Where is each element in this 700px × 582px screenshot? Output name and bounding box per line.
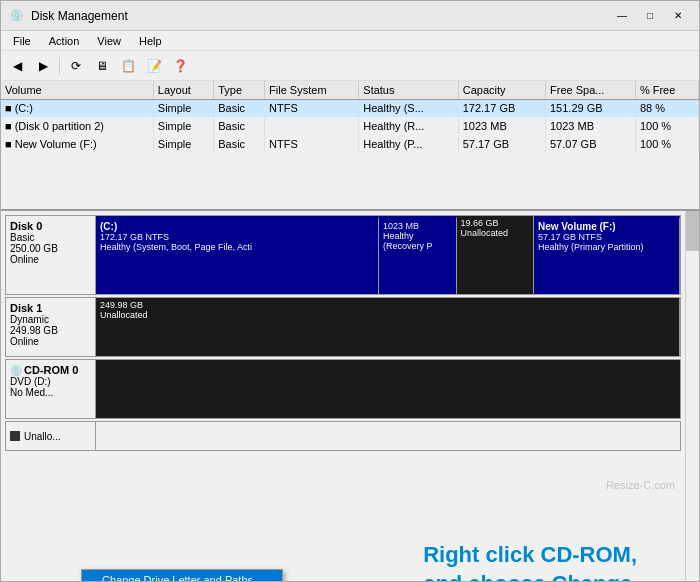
window-controls: — □ ✕ — [609, 6, 691, 26]
annotation-text: Right click CD-ROM, and choose Change Dr… — [423, 541, 675, 581]
unalloc-label: Unallo... — [6, 422, 96, 450]
cell-volume: ■ New Volume (F:) — [1, 135, 153, 153]
window-icon: 💿 — [9, 8, 25, 24]
toolbar-forward[interactable]: ▶ — [31, 55, 55, 77]
menu-file[interactable]: File — [5, 33, 39, 49]
col-filesystem: File System — [265, 81, 359, 99]
disk1-type: Dynamic — [10, 314, 91, 325]
cell-capacity: 172.17 GB — [458, 99, 545, 117]
partition-unalloc-sub: Unallocated — [461, 228, 530, 238]
window-title: Disk Management — [31, 9, 128, 23]
menu-help[interactable]: Help — [131, 33, 170, 49]
cell-capacity: 1023 MB — [458, 117, 545, 135]
context-menu: Change Drive Letter and Paths... Eject P… — [81, 569, 283, 581]
col-percent: % Free — [635, 81, 698, 99]
disk0-row: Disk 0 Basic 250.00 GB Online (C:) 172.1… — [5, 215, 681, 295]
disk-management-window: 💿 Disk Management — □ ✕ File Action View… — [0, 0, 700, 582]
disk1-unalloc-sub: Unallocated — [100, 310, 675, 320]
disk1-size: 249.98 GB — [10, 325, 91, 336]
col-capacity: Capacity — [458, 81, 545, 99]
disk1-status: Online — [10, 336, 91, 347]
disk0-partition-recovery[interactable]: 1023 MB Healthy (Recovery P — [379, 216, 457, 294]
annotation-line1: Right click CD-ROM, — [423, 541, 675, 570]
cdrom-name: CD-ROM 0 — [24, 364, 78, 376]
graphical-section[interactable]: Disk 0 Basic 250.00 GB Online (C:) 172.1… — [1, 211, 685, 581]
cdrom-status: No Med... — [10, 387, 91, 398]
disk1-row: Disk 1 Dynamic 249.98 GB Online 249.98 G… — [5, 297, 681, 357]
cdrom-type: DVD (D:) — [10, 376, 91, 387]
main-content: Volume Layout Type File System Status Ca… — [1, 81, 699, 581]
partition-f-detail: 57.17 GB NTFS — [538, 232, 675, 242]
minimize-button[interactable]: — — [609, 6, 635, 26]
toolbar-refresh[interactable]: ⟳ — [64, 55, 88, 77]
disk0-partition-f[interactable]: New Volume (F:) 57.17 GB NTFS Healthy (P… — [534, 216, 680, 294]
scrollbar[interactable] — [685, 211, 699, 581]
maximize-button[interactable]: □ — [637, 6, 663, 26]
col-status: Status — [359, 81, 458, 99]
disk0-partition-c[interactable]: (C:) 172.17 GB NTFS Healthy (System, Boo… — [96, 216, 379, 294]
partition-recovery-sub: Healthy (Recovery P — [383, 231, 452, 251]
cell-volume: ■ (Disk 0 partition 2) — [1, 117, 153, 135]
disk0-name: Disk 0 — [10, 220, 91, 232]
disk0-size: 250.00 GB — [10, 243, 91, 254]
cell-status: Healthy (P... — [359, 135, 458, 153]
cdrom-label: 💿 CD-ROM 0 DVD (D:) No Med... — [6, 360, 96, 418]
close-button[interactable]: ✕ — [665, 6, 691, 26]
disk0-partition-unalloc[interactable]: 19.66 GB Unallocated — [457, 216, 535, 294]
cell-status: Healthy (R... — [359, 117, 458, 135]
disk1-label: Disk 1 Dynamic 249.98 GB Online — [6, 298, 96, 356]
cdrom-partitions — [96, 360, 680, 418]
disk0-type: Basic — [10, 232, 91, 243]
cell-type: Basic — [214, 99, 265, 117]
watermark: Resize-C.com — [606, 479, 675, 491]
cell-layout: Simple — [153, 117, 213, 135]
disk0-status: Online — [10, 254, 91, 265]
title-bar-left: 💿 Disk Management — [9, 8, 128, 24]
annotation-line2: and choose Change — [423, 570, 675, 581]
cell-free: 57.07 GB — [546, 135, 636, 153]
partition-c-name: (C:) — [100, 221, 374, 232]
cdrom-row[interactable]: 💿 CD-ROM 0 DVD (D:) No Med... — [5, 359, 681, 419]
context-menu-item-change-letter[interactable]: Change Drive Letter and Paths... — [82, 570, 282, 581]
partition-f-name: New Volume (F:) — [538, 221, 675, 232]
disk0-label: Disk 0 Basic 250.00 GB Online — [6, 216, 96, 294]
table-row[interactable]: ■ (Disk 0 partition 2) Simple Basic Heal… — [1, 117, 699, 135]
toolbar-sep1 — [59, 57, 60, 75]
toolbar-help[interactable]: ❓ — [168, 55, 192, 77]
cell-capacity: 57.17 GB — [458, 135, 545, 153]
cell-fs: NTFS — [265, 135, 359, 153]
col-freespace: Free Spa... — [546, 81, 636, 99]
cell-pct: 100 % — [635, 135, 698, 153]
cdrom-icon: 💿 — [10, 365, 22, 376]
cell-free: 1023 MB — [546, 117, 636, 135]
toolbar: ◀ ▶ ⟳ 🖥 📋 📝 ❓ — [1, 51, 699, 81]
toolbar-list[interactable]: 📋 — [116, 55, 140, 77]
partition-recovery-detail: 1023 MB — [383, 221, 452, 231]
partition-c-sub: Healthy (System, Boot, Page File, Acti — [100, 242, 374, 252]
disk1-partitions: 249.98 GB Unallocated — [96, 298, 680, 356]
cell-layout: Simple — [153, 99, 213, 117]
menu-view[interactable]: View — [89, 33, 129, 49]
disk1-name: Disk 1 — [10, 302, 91, 314]
col-volume: Volume — [1, 81, 153, 99]
cell-volume: ■ (C:) — [1, 99, 153, 117]
toolbar-properties[interactable]: 📝 — [142, 55, 166, 77]
toolbar-disk[interactable]: 🖥 — [90, 55, 114, 77]
cell-free: 151.29 GB — [546, 99, 636, 117]
table-row[interactable]: ■ New Volume (F:) Simple Basic NTFS Heal… — [1, 135, 699, 153]
cell-fs — [265, 117, 359, 135]
cell-type: Basic — [214, 135, 265, 153]
cell-fs: NTFS — [265, 99, 359, 117]
disk1-unalloc-detail: 249.98 GB — [100, 300, 675, 310]
unalloc-text: Unallo... — [24, 431, 61, 442]
col-type: Type — [214, 81, 265, 99]
col-layout: Layout — [153, 81, 213, 99]
menu-action[interactable]: Action — [41, 33, 88, 49]
table-row[interactable]: ■ (C:) Simple Basic NTFS Healthy (S... 1… — [1, 99, 699, 117]
toolbar-back[interactable]: ◀ — [5, 55, 29, 77]
disk0-partitions: (C:) 172.17 GB NTFS Healthy (System, Boo… — [96, 216, 680, 294]
disk1-partition-unalloc[interactable]: 249.98 GB Unallocated — [96, 298, 680, 356]
partition-unalloc-detail: 19.66 GB — [461, 218, 530, 228]
cell-pct: 100 % — [635, 117, 698, 135]
unalloc-row: Unallo... — [5, 421, 681, 451]
